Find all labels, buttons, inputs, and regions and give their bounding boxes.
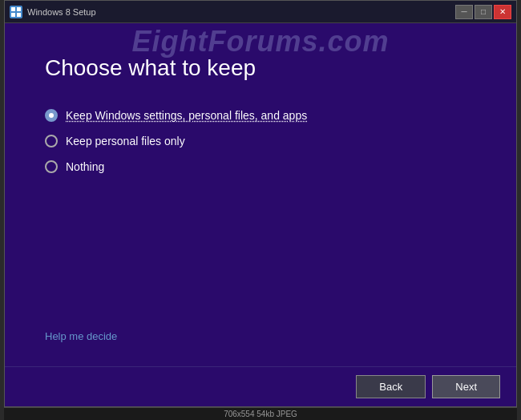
window-title: Windows 8 Setup xyxy=(27,7,96,17)
svg-rect-0 xyxy=(11,7,15,11)
status-text: 706x554 54kb JPEG xyxy=(224,410,297,418)
title-bar: Windows 8 Setup ─ □ ✕ xyxy=(5,1,516,23)
minimize-button[interactable]: ─ xyxy=(455,5,473,19)
help-link[interactable]: Help me decide xyxy=(45,330,476,342)
app-icon xyxy=(10,6,22,18)
radio-label-1: Keep Windows settings, personal files, a… xyxy=(66,109,307,122)
content-area: Choose what to keep Keep Windows setting… xyxy=(5,23,516,366)
status-bar: 706x554 54kb JPEG xyxy=(4,407,517,420)
title-bar-controls: ─ □ ✕ xyxy=(455,5,511,19)
svg-rect-2 xyxy=(11,13,15,17)
page-title: Choose what to keep xyxy=(45,55,476,81)
radio-button-1[interactable] xyxy=(45,109,58,122)
next-button[interactable]: Next xyxy=(432,375,500,398)
options-list: Keep Windows settings, personal files, a… xyxy=(45,109,476,173)
bottom-bar: Back Next xyxy=(5,366,516,406)
radio-label-2: Keep personal files only xyxy=(66,135,185,147)
radio-button-3[interactable] xyxy=(45,160,58,173)
radio-option-1[interactable]: Keep Windows settings, personal files, a… xyxy=(45,109,476,122)
radio-button-2[interactable] xyxy=(45,135,58,147)
maximize-button[interactable]: □ xyxy=(475,5,492,19)
title-bar-left: Windows 8 Setup xyxy=(10,6,96,18)
back-button[interactable]: Back xyxy=(356,375,426,398)
radio-label-3: Nothing xyxy=(66,160,104,173)
close-button[interactable]: ✕ xyxy=(494,5,511,19)
radio-option-2[interactable]: Keep personal files only xyxy=(45,135,476,147)
svg-rect-1 xyxy=(17,7,21,11)
svg-rect-3 xyxy=(17,13,21,17)
radio-option-3[interactable]: Nothing xyxy=(45,160,476,173)
window-frame: Windows 8 Setup ─ □ ✕ EightForums.com Ch… xyxy=(4,0,517,407)
